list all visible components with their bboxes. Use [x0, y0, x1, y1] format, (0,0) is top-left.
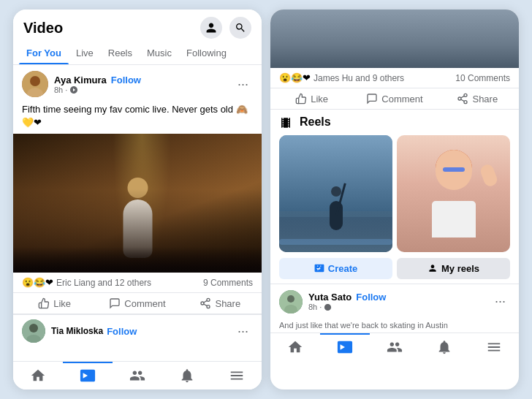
- page-title: Video: [23, 20, 63, 37]
- header-icons: [200, 17, 251, 39]
- next-post-preview: Tia Mikloska Follow ···: [13, 314, 262, 347]
- next-post-text: And just like that we're back to skating…: [270, 319, 519, 332]
- reactions-row: 😮😂❤ Eric Liang and 12 others 9 Comments: [13, 273, 262, 293]
- right-comments-count[interactable]: 10 Comments: [455, 73, 510, 83]
- post-header-left: Aya Kimura Follow 8h ·: [22, 71, 141, 97]
- right-more-button[interactable]: ···: [490, 292, 510, 311]
- feed-scroll: Aya Kimura Follow 8h · ··· Fifth time se…: [13, 65, 262, 361]
- avatar-image: [22, 71, 48, 97]
- right-reactions-row: 😮😂❤ James Hu and 9 others 10 Comments: [270, 68, 519, 88]
- right-nav-home[interactable]: [270, 336, 320, 358]
- post-user-info: Aya Kimura Follow 8h ·: [54, 75, 141, 94]
- right-reaction-emojis: 😮😂❤: [279, 72, 311, 83]
- search-icon[interactable]: [229, 17, 251, 39]
- svg-line-7: [204, 301, 208, 303]
- left-phone: Video For You Live Reels Music Following: [13, 10, 262, 390]
- reel-thumb-2[interactable]: [397, 135, 510, 252]
- right-comment-button[interactable]: Comment: [353, 88, 436, 109]
- avatar: [22, 71, 48, 97]
- right-reactions-left: 😮😂❤ James Hu and 9 others: [279, 72, 404, 83]
- eye-makeup: [443, 167, 465, 172]
- right-post-username: Yuta Sato Follow: [308, 292, 386, 303]
- profile-icon[interactable]: [200, 17, 222, 39]
- post-user-name: Aya Kimura Follow: [54, 75, 141, 86]
- reactions-left: 😮😂❤ Eric Liang and 12 others: [22, 277, 151, 288]
- svg-point-12: [458, 97, 461, 100]
- next-follow-button[interactable]: Follow: [107, 326, 137, 337]
- next-post-username: Tia Mikloska Follow: [51, 326, 227, 337]
- right-bottom-nav: [270, 332, 519, 361]
- tab-following[interactable]: Following: [179, 42, 234, 64]
- right-post-header: Yuta Sato Follow 8h · ···: [270, 284, 519, 319]
- right-post-meta: 8h ·: [308, 303, 386, 311]
- like-button[interactable]: Like: [13, 293, 96, 314]
- right-like-button[interactable]: Like: [270, 88, 353, 109]
- post-header: Aya Kimura Follow 8h · ···: [13, 65, 262, 103]
- svg-point-9: [29, 324, 38, 332]
- action-row: Like Comment Share: [13, 293, 262, 314]
- reels-section: Reels: [270, 110, 519, 284]
- nav-video[interactable]: [63, 365, 113, 387]
- right-follow-button[interactable]: Follow: [356, 292, 386, 303]
- right-share-button[interactable]: Share: [436, 88, 519, 109]
- right-action-row: Like Comment Share: [270, 88, 519, 110]
- follow-button[interactable]: Follow: [111, 75, 141, 86]
- right-post-header-left: Yuta Sato Follow 8h ·: [279, 290, 386, 314]
- comments-count[interactable]: 9 Comments: [203, 278, 253, 288]
- face-figure: [432, 150, 476, 208]
- svg-point-1: [30, 76, 40, 86]
- left-header: Video: [13, 10, 262, 42]
- reels-action-row: Create My reels: [279, 258, 510, 279]
- reactions-text: Eric Liang and 12 others: [56, 278, 151, 288]
- nav-home[interactable]: [13, 365, 63, 387]
- right-phone: 😮😂❤ James Hu and 9 others 10 Comments Li…: [270, 10, 519, 390]
- svg-line-15: [461, 96, 465, 98]
- right-nav-menu[interactable]: [469, 336, 519, 358]
- audience-shadow: [13, 247, 262, 273]
- create-reel-button[interactable]: Create: [279, 258, 392, 279]
- reaction-emojis: 😮😂❤: [22, 277, 53, 288]
- right-nav-friends[interactable]: [370, 336, 419, 358]
- next-post-info: Tia Mikloska Follow: [51, 326, 227, 337]
- nav-notifications[interactable]: [162, 365, 212, 387]
- tabs-bar: For You Live Reels Music Following: [13, 42, 262, 65]
- my-reels-button[interactable]: My reels: [397, 258, 510, 279]
- svg-line-14: [461, 99, 465, 102]
- reels-header: Reels: [279, 115, 510, 129]
- svg-point-3: [207, 299, 210, 302]
- right-top-video[interactable]: [270, 10, 519, 68]
- right-nav-video[interactable]: [320, 336, 370, 358]
- svg-point-5: [207, 305, 210, 308]
- tab-live[interactable]: Live: [69, 42, 101, 64]
- post-text: Fifth time seeing my fav comic live. Nev…: [13, 103, 262, 134]
- next-more-button[interactable]: ···: [233, 322, 253, 341]
- video-thumbnail[interactable]: [13, 134, 262, 273]
- water-line: [279, 239, 392, 245]
- svg-point-13: [464, 101, 467, 104]
- right-post-avatar: [279, 290, 303, 314]
- right-nav-notifications[interactable]: [419, 336, 469, 358]
- svg-point-4: [201, 302, 204, 305]
- bottom-nav: [13, 361, 262, 390]
- next-post-avatar: [22, 319, 45, 343]
- more-options-button[interactable]: ···: [233, 75, 253, 94]
- svg-line-6: [204, 304, 208, 306]
- post-meta: 8h ·: [54, 86, 141, 94]
- tab-for-you[interactable]: For You: [19, 42, 69, 64]
- share-button[interactable]: Share: [179, 293, 262, 314]
- tab-reels[interactable]: Reels: [101, 42, 140, 64]
- nav-friends[interactable]: [113, 365, 162, 387]
- svg-point-17: [287, 295, 294, 303]
- right-post-user-info: Yuta Sato Follow 8h ·: [308, 292, 386, 311]
- paddle-head: [331, 186, 341, 197]
- reel-thumb-1[interactable]: [279, 135, 392, 252]
- nav-menu[interactable]: [212, 365, 262, 387]
- right-reactions-text: James Hu and 9 others: [314, 73, 404, 83]
- tab-music[interactable]: Music: [140, 42, 179, 64]
- reels-grid: [279, 135, 510, 252]
- svg-point-11: [464, 94, 467, 96]
- comment-button[interactable]: Comment: [96, 293, 178, 314]
